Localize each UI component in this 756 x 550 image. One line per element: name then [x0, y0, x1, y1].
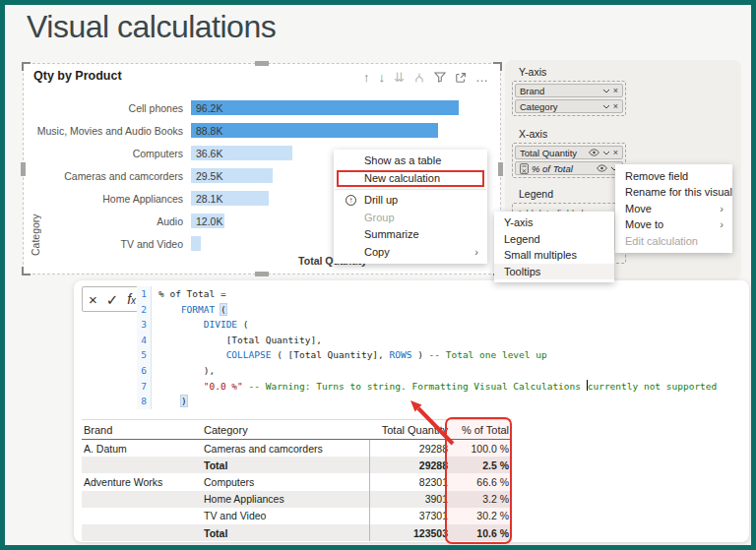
remove-icon[interactable]: ×: [613, 102, 618, 111]
table-cell: 37301: [369, 510, 451, 521]
more-options-icon[interactable]: …: [475, 71, 488, 84]
menu-item-drill-up[interactable]: ↑Drill up: [334, 192, 487, 210]
menu-item-label: Move: [625, 203, 652, 214]
menu-item-new-calculation[interactable]: New calculation: [334, 170, 487, 188]
code-text: FORMAT (: [158, 302, 226, 318]
table-header-row: BrandCategoryTotal Quantity% of Total: [82, 419, 512, 440]
resize-handle-left[interactable]: [21, 162, 26, 176]
bar-value-label: 88.8K: [196, 125, 222, 137]
field-pill-label: % of Total: [532, 163, 594, 174]
field-well-x-axis[interactable]: Total Quantity×% of Total: [512, 143, 626, 178]
code-token: "0.0 %": [204, 381, 243, 392]
table-cell: Total: [202, 459, 369, 471]
table-cell: Computers: [202, 476, 369, 488]
data-bar[interactable]: [191, 236, 201, 251]
drill-down-double-icon[interactable]: ⇊: [394, 71, 405, 84]
menu-item-edit-calculation[interactable]: Edit calculation: [615, 233, 732, 249]
table-cell: 29288: [369, 459, 451, 471]
table-cell: TV and Video: [202, 510, 369, 521]
menu-item-label: Remove field: [625, 170, 688, 182]
menu-item-copy[interactable]: Copy›: [334, 244, 487, 262]
menu-item-tooltips[interactable]: Tooltips: [494, 264, 614, 280]
data-bar[interactable]: 36.6K: [191, 146, 292, 160]
menu-item-label: Summarize: [364, 228, 419, 240]
remove-icon[interactable]: ×: [613, 87, 618, 95]
field-pill--of-total[interactable]: % of Total: [515, 161, 623, 175]
menu-separator: [335, 189, 486, 190]
table-row[interactable]: Total292882.5 %: [82, 457, 512, 473]
bar-value-label: 36.6K: [196, 148, 222, 159]
data-bar[interactable]: 12.0K: [191, 214, 224, 228]
arrow-up-icon[interactable]: ↑: [363, 71, 370, 84]
field-pill-brand[interactable]: Brand×: [515, 84, 623, 97]
data-bar[interactable]: 29.5K: [191, 168, 273, 183]
menu-item-group[interactable]: Group: [334, 210, 487, 227]
code-token: ): [181, 396, 187, 406]
code-token: [158, 304, 181, 315]
data-bar[interactable]: 96.2K: [191, 100, 459, 115]
table-row[interactable]: Total12350310.6 %: [82, 524, 512, 541]
menu-item-show-as-a-table[interactable]: Show as a table: [334, 153, 487, 170]
table-cell: Adventure Works: [82, 476, 202, 488]
eye-icon[interactable]: [589, 149, 599, 156]
arrow-down-icon[interactable]: ↓: [379, 71, 386, 84]
dax-formula-editor[interactable]: 1% of Total =2 FORMAT (3 DIVIDE (4 [Tota…: [137, 286, 717, 409]
focus-mode-icon[interactable]: [455, 72, 467, 84]
resize-handle-right[interactable]: [498, 162, 503, 176]
menu-item-rename-for-this-visual[interactable]: Rename for this visual: [615, 184, 732, 200]
table-row[interactable]: TV and Video3730130.2 %: [82, 508, 512, 524]
page-title: Visual calculations: [27, 9, 276, 45]
menu-item-legend[interactable]: Legend: [494, 231, 614, 248]
eye-icon[interactable]: [597, 164, 607, 172]
resize-corner-top-left[interactable]: [22, 62, 31, 71]
data-bar[interactable]: 28.1K: [191, 191, 269, 206]
fx-icon[interactable]: fx: [127, 292, 136, 306]
field-well-y-axis[interactable]: Brand×Category×: [512, 81, 626, 116]
matrix-table: BrandCategoryTotal Quantity% of TotalA. …: [82, 419, 512, 541]
submenu-chevron-icon: ›: [720, 201, 724, 216]
table-row[interactable]: Home Appliances39013.2 %: [82, 491, 512, 508]
expand-hierarchy-icon[interactable]: [413, 72, 425, 84]
table-row[interactable]: Adventure WorksComputers8230166.6 %: [82, 473, 512, 490]
resize-handle-bottom[interactable]: [255, 272, 269, 276]
table-cell: A. Datum: [82, 443, 202, 455]
menu-item-label: New calculation: [364, 172, 440, 184]
submenu-chevron-icon: ›: [720, 216, 724, 232]
remove-icon[interactable]: ×: [613, 149, 618, 157]
menu-item-move-to[interactable]: Move to›: [615, 216, 732, 232]
menu-item-remove-field[interactable]: Remove field: [615, 168, 732, 184]
chevron-down-icon[interactable]: [602, 151, 610, 155]
code-text: ),: [158, 363, 215, 379]
code-token: [158, 381, 204, 392]
table-row[interactable]: A. DatumCameras and camcorders29288100.0…: [82, 440, 512, 457]
table-cell: 82301: [369, 476, 451, 488]
app-frame: Visual calculations Qty by Product ↑↓⇊… …: [0, 0, 756, 550]
data-bar[interactable]: 88.8K: [191, 123, 438, 138]
line-number: 2: [137, 302, 152, 318]
resize-handle-top[interactable]: [255, 61, 269, 66]
code-line: 6 ),: [137, 363, 717, 379]
field-pill-total-quantity[interactable]: Total Quantity×: [515, 146, 623, 159]
code-text: COLLAPSE ( [Total Quantity], ROWS ) -- T…: [158, 347, 547, 363]
category-tick-label: Home Appliances: [28, 193, 191, 205]
menu-item-summarize[interactable]: Summarize: [334, 226, 487, 244]
resize-corner-top-right[interactable]: [493, 62, 502, 71]
menu-item-small-multiples[interactable]: Small multiples: [494, 247, 614, 264]
menu-item-label: Rename for this visual: [625, 186, 732, 198]
cancel-icon[interactable]: ×: [89, 292, 97, 307]
chevron-down-icon[interactable]: [602, 89, 610, 93]
category-tick-label: Cameras and camcorders: [28, 170, 191, 182]
field-pill-category[interactable]: Category×: [515, 99, 623, 113]
menu-item-move[interactable]: Move›: [615, 201, 732, 216]
code-text: "0.0 %" -- Warning: Turns to string. For…: [158, 379, 717, 395]
line-number: 6: [137, 363, 152, 379]
formula-bar-buttons: ×✓fx: [82, 286, 143, 312]
commit-icon[interactable]: ✓: [106, 292, 119, 307]
menu-item-label: Legend: [504, 233, 540, 245]
table-cell: 123503: [369, 527, 451, 539]
filter-icon[interactable]: [434, 72, 446, 83]
resize-corner-bottom-left[interactable]: [22, 267, 31, 275]
code-token: FORMAT: [181, 304, 215, 315]
menu-item-y-axis[interactable]: Y-axis: [494, 214, 614, 231]
chevron-down-icon[interactable]: [602, 104, 610, 109]
